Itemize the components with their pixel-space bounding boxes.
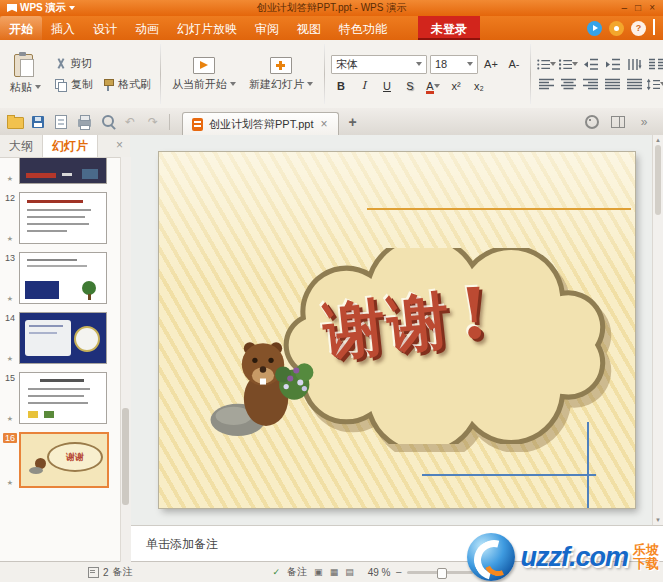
text-shadow-button[interactable]: S xyxy=(400,78,420,94)
font-size-select[interactable]: 18 xyxy=(430,55,478,74)
tab-slideshow[interactable]: 幻灯片放映 xyxy=(168,16,246,40)
thanks-cloud-shape[interactable]: 谢谢! xyxy=(279,248,615,444)
font-family-select[interactable]: 宋体 xyxy=(331,55,427,74)
slide-thumbnail-16[interactable]: 谢谢 xyxy=(19,432,109,488)
titlebar: WPS 演示 创业计划答辩PPT.ppt - WPS 演示 – □ × xyxy=(0,0,663,16)
reading-view-icon[interactable]: ▤ xyxy=(345,567,354,577)
copy-button[interactable]: 复制 xyxy=(52,76,96,93)
slide-sorter-icon[interactable]: ▦ xyxy=(330,567,339,577)
close-button[interactable]: × xyxy=(649,1,655,15)
normal-view-icon[interactable]: ▣ xyxy=(314,567,323,577)
align-right-button[interactable] xyxy=(581,76,600,92)
notes-toggle-button[interactable]: 备注 xyxy=(287,565,307,579)
line-spacing-button[interactable] xyxy=(647,76,663,92)
more-tools-icon[interactable]: » xyxy=(634,112,654,132)
scrollbar-thumb[interactable] xyxy=(655,145,661,215)
animation-star-icon[interactable]: ★ xyxy=(7,415,13,423)
animation-star-icon[interactable]: ★ xyxy=(7,355,13,363)
slide-thumbnail-11[interactable] xyxy=(19,158,107,184)
collapse-ribbon-icon[interactable] xyxy=(653,21,655,35)
grow-font-button[interactable]: A+ xyxy=(481,56,501,72)
slide-number: 15 xyxy=(5,373,15,383)
slide-thumbnail-15[interactable] xyxy=(19,372,107,424)
font-color-button[interactable]: A xyxy=(423,78,443,94)
tools-icon[interactable] xyxy=(582,112,602,132)
animation-star-icon[interactable]: ★ xyxy=(7,235,13,243)
ribbon: 粘贴 剪切 复制 格式刷 从当前开始 新建幻灯片 xyxy=(0,40,663,109)
document-icon xyxy=(55,115,67,129)
superscript-button[interactable]: x² xyxy=(446,78,466,94)
numbering-button[interactable] xyxy=(559,56,578,72)
beaver-clipart[interactable] xyxy=(209,322,321,438)
sidebar-scrollbar[interactable] xyxy=(120,157,131,562)
cloud-sync-icon[interactable] xyxy=(587,21,602,36)
text-direction-button[interactable] xyxy=(625,56,644,72)
redo-button[interactable]: ↷ xyxy=(143,112,163,132)
columns-button[interactable] xyxy=(647,56,663,72)
wps-menu-button[interactable]: WPS 演示 xyxy=(0,1,82,15)
restore-button[interactable]: □ xyxy=(635,1,641,15)
outline-tab[interactable]: 大纲 xyxy=(0,135,42,157)
slides-tab[interactable]: 幻灯片 xyxy=(42,135,98,157)
slide-thumbnail-13[interactable] xyxy=(19,252,107,304)
split-view-icon[interactable] xyxy=(608,112,628,132)
align-left-button[interactable] xyxy=(537,76,556,92)
new-slide-button[interactable]: 新建幻灯片 xyxy=(244,55,318,94)
distribute-button[interactable] xyxy=(625,76,644,92)
format-painter-button[interactable]: 格式刷 xyxy=(99,76,154,93)
print-button[interactable] xyxy=(74,112,94,132)
animation-star-icon[interactable]: ★ xyxy=(7,295,13,303)
shrink-font-button[interactable]: A- xyxy=(504,56,524,72)
zoom-slider-knob[interactable] xyxy=(437,568,447,579)
tab-view[interactable]: 视图 xyxy=(288,16,330,40)
close-panel-icon[interactable]: × xyxy=(116,135,130,157)
tab-review[interactable]: 审阅 xyxy=(246,16,288,40)
justify-button[interactable] xyxy=(603,76,622,92)
align-center-button[interactable] xyxy=(559,76,578,92)
tab-features[interactable]: 特色功能 xyxy=(330,16,396,40)
animation-star-icon[interactable]: ★ xyxy=(7,479,13,487)
tab-design[interactable]: 设计 xyxy=(84,16,126,40)
tab-animation[interactable]: 动画 xyxy=(126,16,168,40)
underline-button[interactable]: U xyxy=(377,78,397,94)
login-button[interactable]: 未登录 xyxy=(418,16,480,40)
animation-star-icon[interactable]: ★ xyxy=(7,175,13,183)
save-button[interactable] xyxy=(28,112,48,132)
italic-button[interactable]: I xyxy=(354,78,374,94)
tab-insert[interactable]: 插入 xyxy=(42,16,84,40)
slide-number: 13 xyxy=(5,253,15,263)
open-file-button[interactable] xyxy=(5,112,25,132)
bold-button[interactable]: B xyxy=(331,78,351,94)
subscript-button[interactable]: x₂ xyxy=(469,78,489,94)
scrollbar-thumb[interactable] xyxy=(122,408,129,505)
close-document-icon[interactable]: × xyxy=(320,117,329,131)
export-button[interactable] xyxy=(51,112,71,132)
undo-button[interactable]: ↶ xyxy=(120,112,140,132)
scroll-up-icon[interactable]: ▲ xyxy=(655,137,661,143)
zoom-out-button[interactable]: − xyxy=(395,567,401,577)
tab-home[interactable]: 开始 xyxy=(0,16,42,40)
help-icon[interactable]: ? xyxy=(631,21,646,36)
font-family-value: 宋体 xyxy=(336,57,358,72)
play-from-current-button[interactable]: 从当前开始 xyxy=(167,55,241,94)
slide-editor[interactable]: 谢谢! xyxy=(159,152,635,508)
scroll-down-icon[interactable]: ▼ xyxy=(655,517,661,523)
thanks-text[interactable]: 谢谢! xyxy=(319,273,495,367)
bullets-button[interactable] xyxy=(537,56,556,72)
zoom-slider[interactable] xyxy=(407,571,473,574)
slide-thumbnail-row: 15 ★ xyxy=(3,372,120,424)
document-tab[interactable]: 创业计划答辩PPT.ppt × xyxy=(182,112,339,135)
minimize-button[interactable]: – xyxy=(622,1,628,15)
ribbon-separator xyxy=(160,44,161,104)
print-preview-button[interactable] xyxy=(97,112,117,132)
paste-button[interactable]: 粘贴 xyxy=(5,52,46,97)
cut-button[interactable]: 剪切 xyxy=(52,55,154,72)
slide-canvas[interactable]: 谢谢! xyxy=(130,135,663,525)
canvas-scrollbar[interactable]: ▲ ▼ xyxy=(652,135,663,525)
slide-thumbnail-14[interactable] xyxy=(19,312,107,364)
increase-indent-button[interactable] xyxy=(603,56,622,72)
decrease-indent-button[interactable] xyxy=(581,56,600,72)
new-document-tab-button[interactable]: + xyxy=(342,114,364,130)
notification-icon[interactable] xyxy=(609,21,624,36)
slide-thumbnail-12[interactable] xyxy=(19,192,107,244)
